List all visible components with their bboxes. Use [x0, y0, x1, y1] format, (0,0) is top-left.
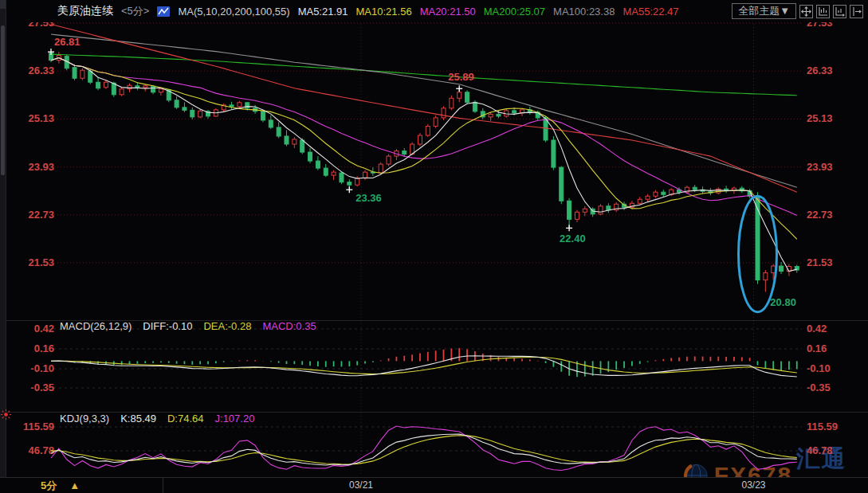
- candle-body: [293, 139, 297, 144]
- candle-body: [104, 82, 108, 88]
- theme-dropdown[interactable]: 全部主题▼: [732, 3, 796, 19]
- axis-label: 22.73: [807, 209, 833, 221]
- axis-label: -0.10: [30, 362, 54, 374]
- candle-body: [489, 114, 493, 117]
- ma100-legend: MA100:23.38: [553, 6, 615, 18]
- candle-body: [646, 196, 650, 199]
- candle-body: [324, 168, 328, 175]
- kdj-legend: KDJ(9,3,3) K:85.49 D:74.64 J:107.20: [60, 413, 254, 425]
- axis-label: 0.42: [807, 323, 827, 335]
- axis-label: 46.78: [807, 444, 833, 456]
- candle-body: [96, 82, 100, 88]
- ma200-legend: MA200:25.07: [484, 6, 545, 18]
- candle-body: [654, 192, 658, 196]
- crosshair-move-icon[interactable]: [799, 5, 813, 18]
- chart-header: 美原油连续 <5分> MA(5,10,20,200,100,55) MA5:21…: [0, 0, 868, 22]
- macd-macd-value: MACD:0.35: [262, 320, 316, 332]
- candle-body: [387, 156, 391, 164]
- price-chart-canvas[interactable]: 27.5327.5326.3326.3325.1325.1323.9323.93…: [0, 22, 868, 477]
- candle-body: [465, 92, 469, 103]
- kdj-j-line: [51, 426, 797, 471]
- candle-body: [316, 161, 320, 168]
- candle-body: [568, 201, 571, 219]
- axis-label: 27.53: [28, 22, 54, 29]
- axis-label: 23.93: [807, 161, 833, 173]
- axis-label: 27.53: [807, 22, 833, 29]
- kdj-k-value: K:85.49: [120, 413, 156, 425]
- candle-body: [190, 110, 194, 117]
- period-up-arrow[interactable]: ▲: [69, 479, 80, 491]
- annotation-label: 22.40: [560, 233, 586, 245]
- macd-legend: MACD(26,12,9) DIFF:-0.10 DEA:-0.28 MACD:…: [60, 320, 316, 332]
- axis-label: -0.35: [807, 381, 831, 393]
- macd-diff-value: DIFF:-0.10: [143, 320, 192, 332]
- candle-body: [403, 151, 407, 155]
- candle-body: [355, 178, 359, 186]
- axis-label: 25.13: [807, 112, 833, 124]
- axis-label: 25.13: [28, 112, 54, 124]
- axis-label: 115.59: [23, 421, 54, 432]
- axis-label: -0.10: [807, 362, 831, 374]
- candle-body: [363, 172, 367, 178]
- candle-body: [426, 126, 430, 135]
- pan-right-icon[interactable]: [850, 5, 863, 18]
- candle-body: [151, 86, 155, 92]
- candle-body: [73, 68, 77, 79]
- timeline: 03/2103/23: [163, 478, 868, 493]
- candle-body: [552, 140, 556, 167]
- symbol-title: 美原油连续: [57, 4, 113, 18]
- interval-tag[interactable]: <5分>: [121, 4, 149, 18]
- candle-body: [128, 85, 132, 89]
- chart-compress-icon[interactable]: [816, 5, 830, 18]
- kdj-title: KDJ(9,3,3): [60, 413, 109, 425]
- ma10-line: [51, 58, 797, 240]
- candle-body: [599, 206, 603, 214]
- candle-body: [780, 266, 784, 272]
- candle-body: [238, 103, 242, 107]
- candle-body: [175, 100, 179, 108]
- ma55-legend: MA55:22.47: [623, 6, 678, 18]
- candle-body: [442, 108, 446, 118]
- candle-body: [245, 103, 249, 108]
- candle-body: [136, 86, 139, 88]
- candle-body: [379, 164, 383, 173]
- candle-body: [332, 172, 336, 175]
- ma10-legend: MA10:21.56: [356, 6, 412, 18]
- axis-label: 0.16: [807, 342, 827, 354]
- candle-body: [269, 120, 273, 127]
- ma100-line: [51, 34, 797, 187]
- candle-body: [120, 89, 124, 95]
- ma5-legend: MA5:21.91: [298, 6, 348, 18]
- kdj-d-line: [51, 436, 797, 464]
- axis-label: 26.33: [28, 65, 54, 76]
- period-selector[interactable]: 5分 ▲: [6, 478, 163, 493]
- candle-body: [473, 102, 477, 112]
- candle-body: [560, 167, 564, 201]
- annotation-label: 23.36: [355, 192, 382, 204]
- scrollbar-thumb[interactable]: [1, 25, 5, 175]
- annotation-label: 20.80: [770, 296, 796, 308]
- time-axis-bar: 5分 ▲ 03/2103/23: [0, 477, 868, 493]
- candle-body: [308, 152, 312, 161]
- trading-app-window: 美原油连续 <5分> MA(5,10,20,200,100,55) MA5:21…: [0, 0, 868, 493]
- header-toolbar: 全部主题▼: [732, 3, 863, 19]
- candle-body: [513, 111, 516, 113]
- candle-body: [198, 111, 202, 117]
- candle-body: [450, 98, 454, 108]
- chart-expand-icon[interactable]: [833, 5, 846, 18]
- kdj-j-value: J:107.20: [215, 413, 255, 425]
- candle-body: [434, 118, 438, 127]
- annotation-label: 25.89: [448, 71, 474, 83]
- macd-dea-value: DEA:-0.28: [203, 320, 251, 332]
- macd-diff-line: [51, 356, 797, 377]
- axis-label: 0.42: [34, 323, 54, 335]
- axis-label: 26.33: [807, 65, 833, 76]
- axis-label: -0.35: [30, 381, 54, 393]
- chart-thumbnail-icon[interactable]: [157, 6, 170, 17]
- annotation-label: 26.81: [54, 36, 81, 48]
- candle-body: [88, 71, 92, 82]
- candle-body: [662, 192, 666, 194]
- alert-icon[interactable]: [0, 409, 12, 421]
- candle-body: [348, 182, 352, 186]
- axis-label: 46.78: [28, 444, 54, 456]
